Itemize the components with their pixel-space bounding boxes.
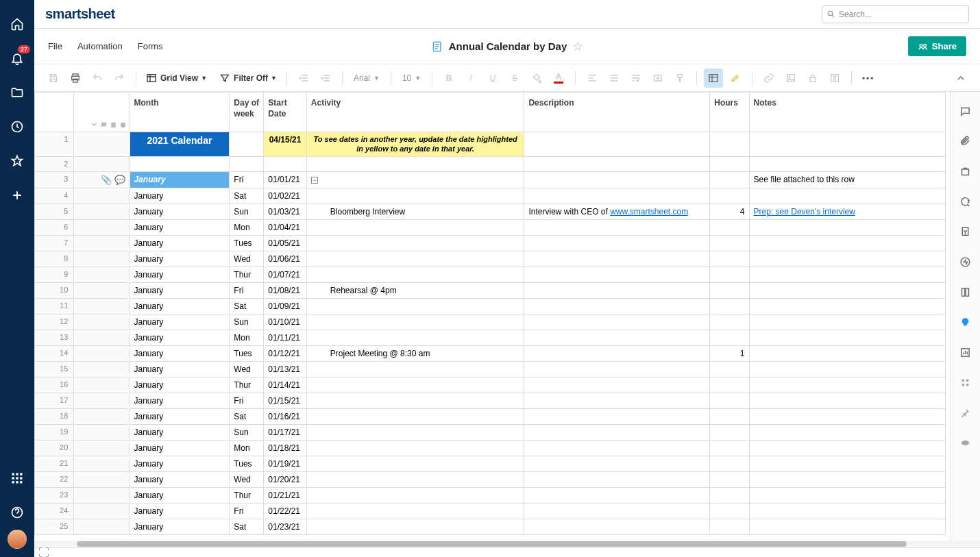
table-row[interactable]: 1 2021 Calendar 04/15/21 To see dates in…: [35, 132, 946, 157]
svg-rect-25: [831, 74, 834, 82]
collapse-toolbar-icon[interactable]: [951, 69, 970, 88]
align-icon[interactable]: [583, 69, 602, 88]
table-row[interactable]: 12JanuarySun01/10/21: [35, 314, 946, 330]
strikethrough-icon[interactable]: S: [505, 69, 524, 88]
column-header-activity[interactable]: Activity: [306, 92, 524, 132]
summary-icon[interactable]: [951, 280, 981, 304]
column-header-description[interactable]: Description: [524, 92, 710, 132]
more-icon[interactable]: •••: [859, 69, 878, 88]
print-icon[interactable]: [66, 69, 85, 88]
collapse-toggle-icon[interactable]: −: [311, 177, 318, 184]
lock-icon[interactable]: [803, 69, 822, 88]
user-avatar[interactable]: [8, 530, 27, 549]
table-row[interactable]: 23JanuaryThur01/21/21: [35, 487, 946, 503]
menu-automation[interactable]: Automation: [77, 41, 123, 51]
apps-icon[interactable]: [0, 461, 34, 495]
proofs-icon[interactable]: [951, 159, 981, 184]
view-selector[interactable]: Grid View ▼: [143, 69, 210, 88]
fill-color-icon[interactable]: [527, 69, 546, 88]
table-row[interactable]: 2: [35, 156, 946, 171]
recents-icon[interactable]: [0, 110, 34, 144]
column-header-notes[interactable]: Notes: [749, 92, 945, 132]
insert-column-icon[interactable]: [825, 69, 844, 88]
table-row[interactable]: 25JanuarySat01/23/21: [35, 519, 946, 534]
underline-icon[interactable]: U: [483, 69, 502, 88]
table-row[interactable]: 10JanuaryFri01/08/21Rehearsal @ 4pm: [35, 282, 946, 298]
table-row[interactable]: 20JanuaryMon01/18/21: [35, 440, 946, 456]
column-header-dow[interactable]: Day of week: [230, 92, 264, 132]
row-number-header: [35, 92, 74, 132]
currency-icon[interactable]: [648, 69, 667, 88]
menu-forms[interactable]: Forms: [138, 41, 163, 51]
table-row[interactable]: 24JanuaryFri01/22/21: [35, 503, 946, 519]
svg-point-11: [828, 11, 833, 16]
attachment-icon[interactable]: 📎: [101, 175, 112, 185]
table-row[interactable]: 22JanuaryWed01/20/21: [35, 471, 946, 487]
svg-point-23: [789, 76, 790, 77]
comment-icon[interactable]: 💬: [114, 175, 125, 185]
table-row[interactable]: 13JanuaryMon01/11/21: [35, 330, 946, 345]
fullscreen-icon[interactable]: ⛶: [38, 547, 49, 558]
svg-rect-4: [12, 477, 14, 479]
svg-point-39: [961, 440, 969, 445]
brandfolder-icon[interactable]: [951, 310, 981, 334]
image-icon[interactable]: [781, 69, 800, 88]
column-header-month[interactable]: Month: [130, 92, 230, 132]
menu-bar: File Automation Forms: [48, 41, 163, 51]
column-header-start-date[interactable]: Start Date: [264, 92, 306, 132]
work-insights-icon[interactable]: [951, 340, 981, 364]
table-row[interactable]: 19JanuarySun01/17/21: [35, 424, 946, 440]
bold-icon[interactable]: B: [439, 69, 458, 88]
sheet-title: Annual Calendar by Day: [449, 40, 567, 52]
folder-icon[interactable]: [0, 75, 34, 110]
filter-selector[interactable]: Filter Off ▼: [217, 69, 280, 88]
notifications-icon[interactable]: 27: [0, 41, 34, 75]
vertical-align-icon[interactable]: [604, 69, 624, 88]
home-icon[interactable]: [0, 7, 34, 41]
table-row[interactable]: 18JanuarySat01/16/21: [35, 408, 946, 424]
table-row[interactable]: 17JanuaryFri01/15/21: [35, 393, 946, 408]
wrap-icon[interactable]: [626, 69, 646, 88]
table-row[interactable]: 21JanuaryTues01/19/21: [35, 456, 946, 471]
favorite-star-icon[interactable]: ☆: [572, 39, 583, 54]
font-family-selector[interactable]: Arial▼: [350, 73, 384, 83]
conditional-format-icon[interactable]: [704, 69, 723, 88]
horizontal-scrollbar[interactable]: [34, 541, 980, 547]
pin-icon[interactable]: [951, 400, 981, 425]
description-link[interactable]: www.smartsheet.com: [610, 207, 688, 216]
table-row[interactable]: 3 📎💬 January Fri 01/01/21 − See file att…: [35, 171, 946, 188]
italic-icon[interactable]: I: [461, 69, 480, 88]
format-painter-icon[interactable]: [670, 69, 689, 88]
table-row[interactable]: 14JanuaryTues01/12/21Project Meeting @ 8…: [35, 345, 946, 361]
table-row[interactable]: 11JanuarySat01/09/21: [35, 298, 946, 314]
attachments-icon[interactable]: [951, 129, 981, 153]
table-row[interactable]: 5JanuarySun01/03/21Bloomberg InterviewIn…: [35, 203, 946, 219]
font-size-selector[interactable]: 10▼: [398, 73, 425, 83]
add-icon[interactable]: [0, 178, 34, 212]
table-row[interactable]: 7JanuaryTues01/05/21: [35, 235, 946, 251]
table-row[interactable]: 9JanuaryThur01/07/21: [35, 267, 946, 282]
publish-icon[interactable]: [951, 219, 981, 244]
save-icon: [44, 69, 63, 88]
menu-file[interactable]: File: [48, 41, 62, 51]
link-icon[interactable]: [759, 69, 779, 88]
update-requests-icon[interactable]: [951, 189, 981, 214]
table-row[interactable]: 6JanuaryMon01/04/21: [35, 219, 946, 235]
notes-link[interactable]: Prep: see Deven's interview: [754, 207, 855, 216]
help-icon[interactable]: [0, 495, 34, 530]
activity-log-icon[interactable]: [951, 249, 981, 274]
column-header-hours[interactable]: Hours: [710, 92, 749, 132]
highlight-changes-icon[interactable]: [726, 69, 745, 88]
table-row[interactable]: 16JanuaryThur01/14/21: [35, 377, 946, 393]
text-color-icon[interactable]: A: [549, 69, 568, 88]
favorites-icon[interactable]: [0, 144, 34, 178]
share-button[interactable]: Share: [908, 36, 966, 56]
resource-mgmt-icon[interactable]: [951, 370, 981, 395]
search-input[interactable]: Search...: [822, 5, 969, 23]
table-row[interactable]: 4JanuarySat01/02/21: [35, 188, 946, 203]
table-row[interactable]: 15JanuaryWed01/13/21: [35, 361, 946, 377]
conversations-icon[interactable]: [951, 99, 981, 123]
table-row[interactable]: 8JanuaryWed01/06/21: [35, 251, 946, 267]
salesforce-icon[interactable]: [951, 430, 981, 455]
grid-area[interactable]: Month Day of week Start Date Activity De…: [34, 92, 950, 541]
